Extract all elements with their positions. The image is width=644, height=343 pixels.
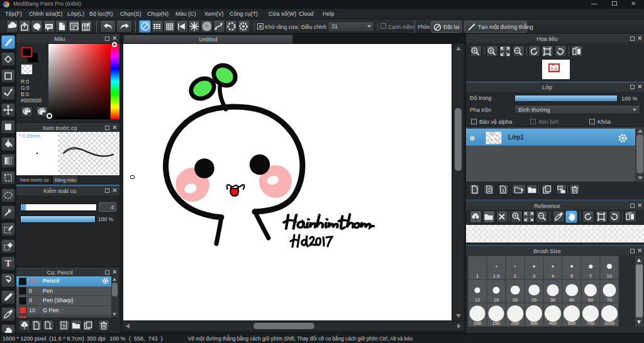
svg-text:S: S [62,323,65,329]
svg-text:1: 1 [502,187,504,193]
